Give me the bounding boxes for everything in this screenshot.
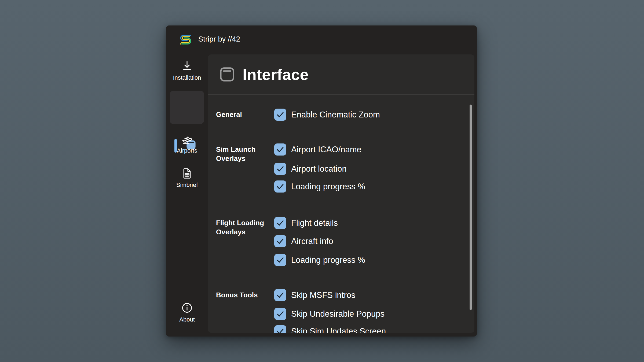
checkbox-row-aircraft-info[interactable]: Aircraft info: [274, 235, 333, 247]
checkbox-label: Skip Sim Updates Screen: [291, 327, 386, 333]
sidebar-item-about[interactable]: About: [166, 302, 208, 323]
checkbox-row-enable-cinematic-zoom[interactable]: Enable Cinematic Zoom: [274, 109, 380, 121]
checkmark-icon: [277, 311, 284, 317]
checkmark-icon: [277, 146, 284, 153]
checkbox-checked[interactable]: [274, 217, 286, 229]
sidebar-item-label: Installation: [173, 74, 201, 81]
checkbox-row-flight-details[interactable]: Flight details: [274, 217, 338, 229]
section-label-flight-loading: Flight Loading Overlays: [216, 218, 270, 237]
sidebar-item-label: Airports: [177, 147, 197, 154]
checkbox-row-loading-progress-sim[interactable]: Loading progress %: [274, 180, 365, 193]
panel-header: Interface: [208, 54, 474, 95]
checkbox-label: Enable Cinematic Zoom: [291, 110, 380, 120]
checkbox-label: Skip Undesirable Popups: [291, 309, 385, 319]
checkbox-label: Loading progress %: [291, 255, 365, 265]
sidebar-item-installation[interactable]: Installation: [166, 60, 208, 81]
checkbox-checked[interactable]: [274, 235, 286, 247]
checkbox-checked[interactable]: [274, 109, 286, 121]
plane-takeoff-icon: [181, 133, 193, 145]
document-icon: [181, 167, 193, 179]
checkbox-checked[interactable]: [274, 289, 286, 301]
checkmark-icon: [277, 292, 284, 298]
checkmark-icon: [277, 328, 284, 333]
checkbox-row-airport-location[interactable]: Airport location: [274, 163, 347, 175]
info-circle-icon: [181, 302, 193, 314]
checkmark-icon: [277, 257, 284, 263]
checkmark-icon: [277, 238, 284, 245]
checkbox-row-skip-sim-updates-screen[interactable]: Skip Sim Updates Screen: [274, 325, 386, 333]
download-icon: [181, 60, 193, 72]
checkbox-checked[interactable]: [274, 254, 286, 266]
checkbox-checked[interactable]: [274, 308, 286, 320]
sidebar: Installation Airports: [166, 53, 208, 337]
checkbox-row-loading-progress-flight[interactable]: Loading progress %: [274, 254, 365, 266]
sidebar-item-label: Simbrief: [176, 182, 198, 189]
checkbox-row-skip-msfs-intros[interactable]: Skip MSFS intros: [274, 289, 355, 301]
checkbox-row-skip-undesirable-popups[interactable]: Skip Undesirable Popups: [274, 308, 385, 320]
stripr-logo-icon: [179, 33, 192, 45]
scrollbar[interactable]: [470, 105, 472, 310]
sidebar-item-label: About: [179, 316, 195, 323]
window-icon: [219, 66, 236, 83]
section-label-general: General: [216, 110, 270, 119]
checkmark-icon: [277, 220, 284, 226]
section-label-bonus-tools: Bonus Tools: [216, 290, 270, 300]
checkbox-checked[interactable]: [274, 180, 286, 193]
titlebar: Stripr by //42: [166, 25, 477, 53]
page-title: Interface: [243, 65, 309, 83]
app-window: Stripr by //42 Installation: [166, 25, 477, 337]
section-label-sim-launch: Sim Launch Overlays: [216, 145, 270, 163]
checkbox-label: Airport location: [291, 164, 347, 174]
sidebar-item-airports[interactable]: Airports: [166, 133, 208, 154]
checkbox-checked[interactable]: [274, 325, 286, 333]
checkbox-label: Flight details: [291, 218, 338, 228]
checkbox-label: Airport ICAO/name: [291, 145, 361, 154]
checkbox-label: Aircraft info: [291, 237, 333, 246]
checkbox-row-airport-icao-name[interactable]: Airport ICAO/name: [274, 143, 361, 156]
sidebar-item-simbrief[interactable]: Simbrief: [166, 167, 208, 189]
checkmark-icon: [277, 166, 284, 172]
checkmark-icon: [277, 183, 284, 190]
checkmark-icon: [277, 112, 284, 118]
window-title: Stripr by //42: [198, 35, 240, 43]
checkbox-label: Loading progress %: [291, 182, 365, 191]
checkbox-checked[interactable]: [274, 143, 286, 156]
settings-panel: Interface General Sim Launch Overlays Fl…: [208, 54, 474, 333]
checkbox-label: Skip MSFS intros: [291, 290, 355, 300]
checkbox-checked[interactable]: [274, 163, 286, 175]
sidebar-item-interface[interactable]: [170, 91, 204, 124]
